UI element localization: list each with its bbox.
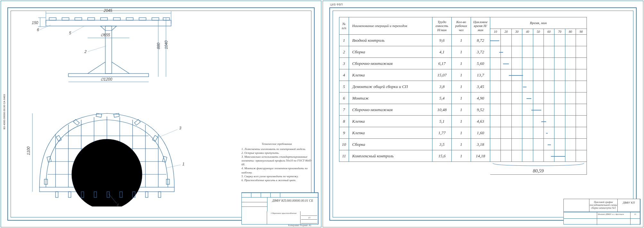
gantt-cell [533,92,544,104]
gantt-cell [544,104,554,116]
col-name: Наименование операций и переходов [349,17,432,35]
row-cycle: 14,18 [471,150,490,162]
svg-rect-58 [68,192,71,197]
gantt-cell [533,81,544,92]
gantt-cell [511,127,522,139]
row-num: 6 [339,92,349,104]
operation-row: 7Сборочно-монтажная10,4819,52 [339,104,587,116]
time-tick: 10 [490,29,501,35]
gantt-cell [490,81,501,92]
row-cycle: 3,72 [471,46,490,58]
svg-rect-12 [152,18,159,20]
row-labor: 6,17 [432,58,452,69]
gantt-cell [544,139,554,150]
side-code: В3 4000.00000.00.00 СА 6463 [3,94,6,129]
tech-line: 1. Ложементы изготовить по электронной м… [241,147,312,151]
svg-rect-8 [100,18,108,20]
tech-line: 3. Максимально использовать стандартизир… [241,155,312,166]
gantt-cell [565,92,576,104]
corner-code: ЦКБ ФВП [330,3,343,6]
gantt-cell [511,116,522,127]
row-cycle: 4,90 [471,92,490,104]
gantt-cell [533,104,544,116]
svg-rect-3 [46,20,171,26]
operation-row: 10Сборка3,513,18 [339,139,587,150]
row-labor: 9,6 [432,35,452,46]
row-num: 3 [339,58,349,69]
svg-rect-7 [88,18,95,20]
gantt-cell [501,35,511,46]
svg-line-20 [112,62,129,74]
sheet-num: 11 [631,212,640,218]
time-tick: 30 [511,29,522,35]
title-block-1: ДВФУ КП.000.00000.00.01 СБ Сборочное при… [241,192,318,224]
dim-1040: 1040 [164,40,169,49]
gantt-cell [511,46,522,58]
time-tick: 20 [501,29,511,35]
gantt-cell [544,46,554,58]
gantt-cell [490,104,501,116]
gantt-cell [533,69,544,81]
code-2: ДВФУ КП [618,199,640,212]
gantt-cell [544,69,554,81]
svg-rect-49 [56,136,62,142]
org: Филиал ДВФУ в г. Арсеньев [597,212,631,218]
row-labor: 10,48 [432,104,452,116]
gantt-cell [533,46,544,58]
operation-row: 5Демонтаж общей сборки и СП3,813,45 [339,81,587,92]
col-time: Время, мин [490,17,587,29]
gantt-cell [490,116,501,127]
row-name: Сборка [349,139,432,150]
gantt-cell [501,81,511,92]
tech-line: 2. Острые кромки притупить. [241,151,312,155]
operation-row: 3Сборочно-монтажная6,1715,60 [339,58,587,69]
gantt-cell [554,81,565,92]
svg-line-30 [88,46,106,52]
gantt-cell [565,35,576,46]
row-workers: 1 [452,46,471,58]
dim-d655: ∅655 [100,33,110,37]
gantt-cell [533,58,544,69]
row-cycle: 3,45 [471,81,490,92]
row-workers: 1 [452,58,471,69]
dim-150: 150 [32,21,38,25]
gantt-cell [501,150,511,162]
gantt-cell [544,127,554,139]
gantt-cell [533,116,544,127]
tech-title: Технические требования [241,142,312,146]
operations-gantt-table: № п/п Наименование операций и переходов … [339,17,587,175]
gantt-cell [501,116,511,127]
row-labor: 5,4 [432,92,452,104]
gantt-cell [554,150,565,162]
gantt-cell [490,69,501,81]
row-cycle: 3,18 [471,139,490,150]
gantt-cell [511,81,522,92]
tech-line: 5. Сварку всех узлов производить по черт… [241,174,312,178]
svg-rect-4 [49,18,56,20]
gantt-cell [511,58,522,69]
row-num: 1 [339,35,349,46]
dim-d1200: ∅1200 [100,77,112,82]
gantt-cell [490,58,501,69]
row-cycle: 8,72 [471,35,490,46]
gantt-cell [533,150,544,162]
row-workers: 1 [452,116,471,127]
row-cycle: 4,63 [471,116,490,127]
row-cycle: 9,52 [471,104,490,116]
operation-row: 11Комплексный контроль15,6114,18 [339,150,587,162]
gantt-cell [565,69,576,81]
gantt-cell [554,104,565,116]
two-sheet-layout: В3 4000.00000.00.00 СА 6463 2045 [0,0,644,228]
row-cycle: 5,60 [471,58,490,69]
gantt-cell [522,35,533,46]
gantt-cell [522,58,533,69]
gantt-cell [501,92,511,104]
drawing-name-2: Цикловой график последовательной схемы с… [589,199,618,212]
svg-text:3: 3 [179,126,181,130]
dim-2045: 2045 [103,8,112,13]
gantt-cell [544,92,554,104]
svg-rect-64 [145,192,148,197]
svg-line-28 [72,26,84,33]
svg-text:4: 4 [117,203,119,206]
row-workers: 1 [452,104,471,116]
